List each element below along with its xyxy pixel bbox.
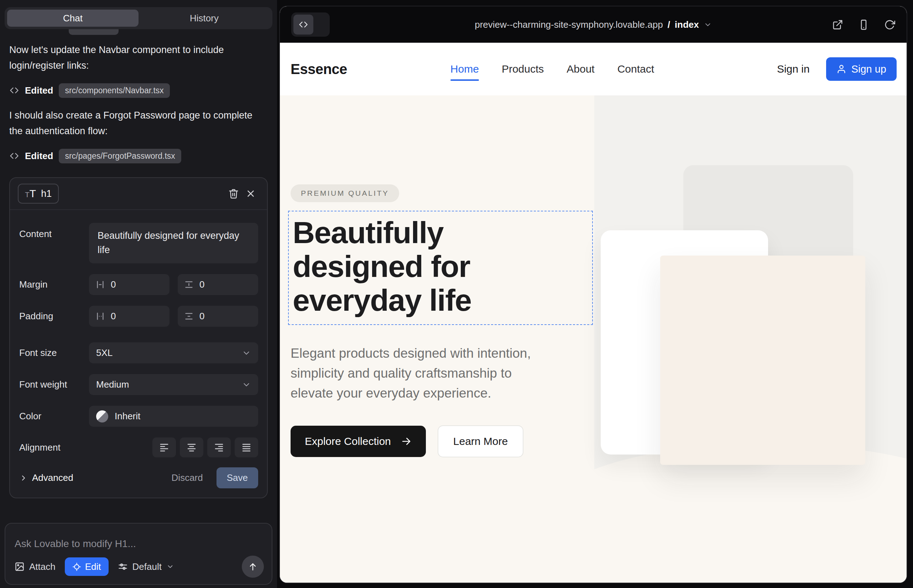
target-icon [72,562,81,571]
sign-up-label: Sign up [851,63,886,75]
premium-quality-badge: PREMIUM QUALITY [291,184,399,202]
mobile-view-icon[interactable] [858,19,869,30]
site-navbar: Essence Home Products About Contact Sign… [280,43,907,95]
hero-cta-row: Explore Collection Learn More [291,425,611,457]
assistant-message: I should also create a Forgot Password p… [9,108,259,139]
padding-vertical-icon [184,312,194,321]
type-icon: TT [25,187,36,200]
url-separator: / [668,19,670,30]
padding-x-input[interactable]: 0 [89,306,170,327]
font-size-label: Font size [19,347,89,359]
tab-history[interactable]: History [139,10,270,27]
advanced-toggle[interactable]: Advanced [19,472,73,483]
selected-h1-outline[interactable]: Beautifully designed for everyday life [288,211,593,325]
sign-up-button[interactable]: Sign up [826,57,897,81]
site-preview: Essence Home Products About Contact Sign… [280,43,907,583]
font-size-row: Font size 5XL [19,342,258,363]
advanced-label: Advanced [32,472,73,483]
nav-link-contact[interactable]: Contact [617,63,654,75]
chevron-down-icon [166,563,174,570]
edited-label: Edited [25,85,53,96]
alignment-row: Alignment [19,438,258,457]
margin-x-value: 0 [111,279,116,290]
font-weight-select[interactable]: Medium [89,374,258,395]
browser-chrome: preview--charming-site-symphony.lovable.… [280,6,907,43]
explore-collection-label: Explore Collection [305,435,391,447]
font-weight-row: Font weight Medium [19,374,258,395]
margin-y-value: 0 [199,279,204,290]
element-tag: h1 [41,188,52,199]
nav-link-products[interactable]: Products [502,63,544,75]
color-value: Inherit [115,411,140,422]
nav-link-home[interactable]: Home [450,63,479,75]
code-icon [9,151,19,161]
edit-mode-button[interactable]: Edit [65,557,108,576]
chat-messages: Now let's update the Navbar component to… [5,29,272,514]
file-chip-navbar[interactable]: src/components/Navbar.tsx [59,83,170,98]
delete-element-button[interactable] [225,185,242,202]
margin-row: Margin 0 0 [19,274,258,295]
align-justify-button[interactable] [235,438,258,457]
attach-label: Attach [29,561,55,572]
font-weight-label: Font weight [19,379,89,390]
nav-link-about[interactable]: About [567,63,594,75]
composer-input[interactable] [15,532,264,556]
user-icon [837,64,847,74]
hero-heading: Beautifully designed for everyday life [293,216,589,317]
code-icon [293,15,313,34]
preview-panel: preview--charming-site-symphony.lovable.… [277,0,913,588]
color-row: Color Inherit [19,406,258,427]
trash-icon [228,188,239,199]
edit-label: Edit [85,561,101,572]
file-chip-forgot-password[interactable]: src/pages/ForgotPassword.tsx [59,149,181,163]
tab-chat[interactable]: Chat [7,10,139,27]
chat-composer: Attach Edit Default [5,523,272,585]
align-center-button[interactable] [180,438,203,457]
font-size-value: 5XL [96,347,113,359]
font-size-select[interactable]: 5XL [89,342,258,363]
open-external-icon[interactable] [832,19,843,30]
discard-button[interactable]: Discard [172,472,203,483]
margin-x-input[interactable]: 0 [89,274,170,295]
code-preview-toggle[interactable] [291,13,330,37]
sign-in-button[interactable]: Sign in [777,63,810,75]
align-left-button[interactable] [152,438,176,457]
edited-label: Edited [25,150,53,162]
assistant-message: Now let's update the Navbar component to… [9,42,259,73]
chevron-down-icon [242,349,251,358]
explore-collection-button[interactable]: Explore Collection [291,426,426,457]
site-logo[interactable]: Essence [291,61,347,77]
site-hero: PREMIUM QUALITY Beautifully designed for… [280,95,907,583]
url-path: index [675,19,699,30]
arrow-right-icon [401,436,412,447]
color-select[interactable]: Inherit [89,406,258,427]
attach-button[interactable]: Attach [15,561,55,572]
url-dropdown[interactable]: preview--charming-site-symphony.lovable.… [475,19,712,30]
hero-content: PREMIUM QUALITY Beautifully designed for… [291,95,611,457]
close-editor-button[interactable] [242,185,259,202]
margin-y-input[interactable]: 0 [178,274,258,295]
editor-header: TT h1 [10,178,267,210]
chat-history-tabs: Chat History [5,7,272,29]
padding-y-input[interactable]: 0 [178,306,258,327]
learn-more-button[interactable]: Learn More [438,425,523,457]
refresh-icon[interactable] [884,19,895,30]
model-default-button[interactable]: Default [118,561,174,572]
send-button[interactable] [242,556,264,578]
align-right-button[interactable] [207,438,231,457]
chevron-down-icon [704,21,712,29]
element-editor-panel: TT h1 Content Beautifu [9,177,268,498]
align-left-icon [159,442,170,453]
save-button[interactable]: Save [217,467,258,488]
selected-element-pill: TT h1 [18,184,59,204]
margin-horizontal-icon [96,280,105,289]
padding-y-value: 0 [199,311,204,322]
content-textarea[interactable]: Beautifully designed for everyday life [89,223,258,263]
margin-label: Margin [19,279,89,290]
margin-vertical-icon [184,280,194,289]
padding-x-value: 0 [111,311,116,322]
chevron-right-icon [19,474,28,482]
align-justify-icon [241,442,252,453]
site-nav-links: Home Products About Contact [450,63,654,75]
align-center-icon [186,442,197,453]
